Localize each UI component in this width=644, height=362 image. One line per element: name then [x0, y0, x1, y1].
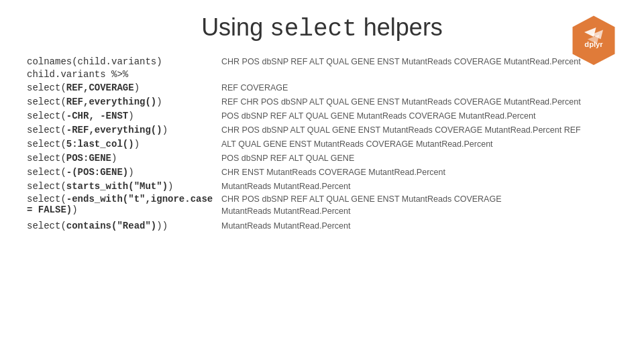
code-suffix: ): [156, 97, 162, 107]
result-select-pos-gene: POS dbSNP REF ALT QUAL GENE: [221, 152, 354, 163]
row-select-ends-with: select(-ends_with("t",ignore.case = FALS…: [27, 194, 617, 217]
code-prefix: select(: [27, 194, 66, 204]
code-select-ends-with: select(-ends_with("t",ignore.case = FALS…: [27, 194, 221, 215]
code-prefix: select(: [27, 125, 66, 135]
code-suffix: ): [134, 82, 140, 93]
code-select-contains: select(contains("Read"))): [27, 221, 221, 231]
row-select-ref-coverage: select(REF,COVERAGE) REF COVERAGE: [27, 81, 617, 93]
code-prefix: select(: [27, 167, 66, 178]
result-colnames: CHR POS dbSNP REF ALT QUAL GENE ENST Mut…: [221, 55, 581, 66]
code-suffix: ): [72, 204, 77, 215]
code-prefix: select(: [27, 82, 66, 93]
code-select-minus-ref-everything: select(-REF,everything()): [27, 125, 221, 135]
code-prefix: select(: [27, 181, 66, 192]
code-suffix: ): [168, 181, 173, 192]
row-colnames: colnames(child.variants) CHR POS dbSNP R…: [27, 55, 617, 67]
row-select-minus-ref-everything: select(-REF,everything()) CHR POS dbSNP …: [27, 123, 617, 135]
result-select-contains: MutantReads MutantRead.Percent: [221, 219, 350, 231]
code-bold: contains("Read"): [66, 221, 156, 231]
row-select-contains: select(contains("Read"))) MutantReads Mu…: [27, 219, 617, 231]
code-prefix: select(: [27, 97, 66, 107]
content-area: colnames(child.variants) CHR POS dbSNP R…: [27, 55, 617, 231]
code-prefix: select(: [27, 221, 66, 231]
code-bold: REF,everything(): [66, 97, 156, 107]
code-prefix: select(: [27, 139, 66, 149]
result-select-ref-everything: REF CHR POS dbSNP ALT QUAL GENE ENST Mut…: [221, 95, 581, 107]
page-title: Using select helpers: [27, 13, 617, 43]
result-select-minus-pos-gene: CHR ENST MutantReads COVERAGE MutantRead…: [221, 166, 445, 177]
code-bold: POS:GENE: [66, 153, 111, 164]
code-bold: -CHR, -ENST: [66, 111, 128, 121]
code-select-ref-coverage: select(REF,COVERAGE): [27, 82, 221, 93]
result-select-ends-with: CHR POS dbSNP REF ALT QUAL GENE ENST Mut…: [221, 194, 502, 217]
result-select-minus-chr-enst: POS dbSNP REF ALT QUAL GENE MutantReads …: [221, 109, 536, 121]
code-bold: -(POS:GENE): [66, 167, 128, 178]
code-bold: -REF,everything(): [66, 125, 162, 135]
title-after: helpers: [357, 13, 443, 41]
title-area: Using select helpers dplyr: [27, 13, 617, 43]
result-select-starts-with: MutantReads MutantRead.Percent: [221, 180, 350, 191]
code-select-minus-chr-enst: select(-CHR, -ENST): [27, 111, 221, 121]
code-child-variants: child.variants %>%: [27, 69, 221, 80]
code-suffix: ): [128, 167, 133, 178]
code-suffix: )): [156, 221, 168, 231]
code-select-starts-with: select(starts_with("Mut")): [27, 181, 221, 192]
title-before: Using: [201, 13, 270, 41]
result-select-ref-coverage: REF COVERAGE: [221, 81, 288, 93]
result-select-minus-ref-everything: CHR POS dbSNP ALT QUAL GENE ENST MutantR…: [221, 123, 581, 135]
code-bold: starts_with("Mut"): [66, 181, 168, 192]
code-colnames: colnames(child.variants): [27, 56, 221, 67]
row-child-variants: child.variants %>%: [27, 69, 617, 80]
page: Using select helpers dplyr colnames(chil…: [0, 0, 644, 362]
result-select-5-last-col: ALT QUAL GENE ENST MutantReads COVERAGE …: [221, 137, 493, 149]
code-bold: 5:last_col(): [66, 139, 134, 149]
row-select-5-last-col: select(5:last_col()) ALT QUAL GENE ENST …: [27, 137, 617, 149]
code-select-pos-gene: select(POS:GENE): [27, 153, 221, 164]
row-select-starts-with: select(starts_with("Mut")) MutantReads M…: [27, 180, 617, 192]
code-select-5-last-col: select(5:last_col()): [27, 139, 221, 149]
code-select-ref-everything: select(REF,everything()): [27, 97, 221, 107]
code-suffix: ): [128, 111, 133, 121]
row-select-minus-pos-gene: select(-(POS:GENE)) CHR ENST MutantReads…: [27, 166, 617, 178]
row-select-ref-everything: select(REF,everything()) REF CHR POS dbS…: [27, 95, 617, 107]
code-suffix: ): [134, 139, 140, 149]
code-select-minus-pos-gene: select(-(POS:GENE)): [27, 167, 221, 178]
code-suffix: ): [162, 125, 168, 135]
row-select-minus-chr-enst: select(-CHR, -ENST) POS dbSNP REF ALT QU…: [27, 109, 617, 121]
code-prefix: select(: [27, 111, 66, 121]
code-bold: REF,COVERAGE: [66, 82, 134, 93]
title-code: select: [270, 15, 357, 43]
dplyr-logo: dplyr: [570, 13, 617, 60]
code-suffix: ): [111, 153, 117, 164]
row-select-pos-gene: select(POS:GENE) POS dbSNP REF ALT QUAL …: [27, 152, 617, 164]
code-prefix: select(: [27, 153, 66, 164]
